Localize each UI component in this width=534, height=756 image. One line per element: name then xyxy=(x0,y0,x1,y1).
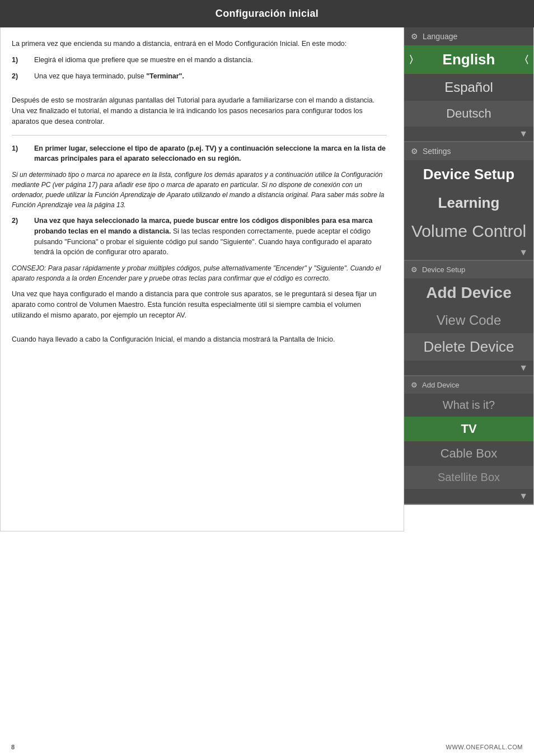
italic-1: Si un determinado tipo o marca no aparec… xyxy=(12,170,387,210)
bold-step-1-num: 1) xyxy=(12,143,34,165)
bold-step-1: 1) En primer lugar, seleccione el tipo d… xyxy=(12,143,387,165)
intro-paragraph: La primera vez que encienda su mando a d… xyxy=(12,39,387,49)
add-device-panel-header: ⚙ Add Device xyxy=(404,376,533,394)
add-device-what-is-it: What is it? xyxy=(404,394,533,417)
step-2-num: 2) xyxy=(12,71,34,82)
divider xyxy=(12,135,387,136)
language-header-label: Language xyxy=(423,32,457,41)
settings-device-setup[interactable]: Device Setup xyxy=(404,160,533,189)
bold-step-2-num: 2) xyxy=(12,216,34,258)
settings-header-label: Settings xyxy=(423,147,451,156)
italic-2: CONSEJO: Para pasar rápidamente y probar… xyxy=(12,263,387,283)
gear-icon-device-setup: ⚙ xyxy=(411,265,418,274)
device-setup-header-label: Device Setup xyxy=(422,265,465,274)
add-device-tv[interactable]: TV xyxy=(404,417,533,441)
bold-step-1-text: En primer lugar, seleccione el tipo de a… xyxy=(34,143,387,165)
step-1-text: Elegirá el idioma que prefiere que se mu… xyxy=(34,55,387,66)
para-2: Después de esto se mostrarán algunas pan… xyxy=(12,95,387,127)
content-area: La primera vez que encienda su mando a d… xyxy=(0,27,404,531)
website-url: WWW.ONEFORALL.COM xyxy=(446,744,523,750)
step-1-num: 1) xyxy=(12,55,34,66)
device-setup-add-device[interactable]: Add Device xyxy=(404,278,533,307)
page-footer: 8 WWW.ONEFORALL.COM xyxy=(11,744,523,750)
step-1: 1) Elegirá el idioma que prefiere que se… xyxy=(12,55,387,66)
right-panels: ⚙ Language English Español Deutsch ▼ ⚙ S… xyxy=(404,27,534,505)
add-device-more-icon[interactable]: ▼ xyxy=(404,489,533,503)
add-device-satellite-box[interactable]: Satellite Box xyxy=(404,466,533,489)
page-title: Configuración inicial xyxy=(0,0,534,27)
device-setup-panel: ⚙ Device Setup Add Device View Code Dele… xyxy=(404,261,533,376)
gear-icon-add-device: ⚙ xyxy=(411,381,418,389)
language-english[interactable]: English xyxy=(404,45,533,74)
settings-learning[interactable]: Learning xyxy=(404,189,533,217)
settings-volume-control[interactable]: Volume Control xyxy=(404,217,533,245)
para-3: Una vez que haya configurado el mando a … xyxy=(12,289,387,320)
language-panel: ⚙ Language English Español Deutsch ▼ xyxy=(404,27,533,142)
bold-step-2: 2) Una vez que haya seleccionado la marc… xyxy=(12,216,387,258)
add-device-cable-box[interactable]: Cable Box xyxy=(404,441,533,466)
device-setup-delete-device[interactable]: Delete Device xyxy=(404,333,533,361)
settings-more-icon[interactable]: ▼ xyxy=(404,245,533,260)
add-device-panel: ⚙ Add Device What is it? TV Cable Box Sa… xyxy=(404,376,533,505)
language-more-icon[interactable]: ▼ xyxy=(404,127,533,141)
gear-icon-language: ⚙ xyxy=(411,32,418,41)
settings-panel: ⚙ Settings Device Setup Learning Volume … xyxy=(404,142,533,261)
device-setup-view-code[interactable]: View Code xyxy=(404,307,533,333)
page-number: 8 xyxy=(11,744,15,750)
step-2-text: Una vez que haya terminado, pulse "Termi… xyxy=(34,71,387,82)
bold-step-2-text: Una vez que haya seleccionado la marca, … xyxy=(34,216,387,258)
language-espanol[interactable]: Español xyxy=(404,74,533,101)
para-4: Cuando haya llevado a cabo la Configurac… xyxy=(12,334,387,345)
gear-icon-settings: ⚙ xyxy=(411,147,418,156)
device-setup-panel-header: ⚙ Device Setup xyxy=(404,261,533,278)
settings-panel-header: ⚙ Settings xyxy=(404,142,533,160)
device-setup-more-icon[interactable]: ▼ xyxy=(404,361,533,375)
add-device-header-label: Add Device xyxy=(422,381,459,389)
step-2: 2) Una vez que haya terminado, pulse "Te… xyxy=(12,71,387,82)
language-deutsch[interactable]: Deutsch xyxy=(404,101,533,127)
language-panel-header: ⚙ Language xyxy=(404,27,533,45)
